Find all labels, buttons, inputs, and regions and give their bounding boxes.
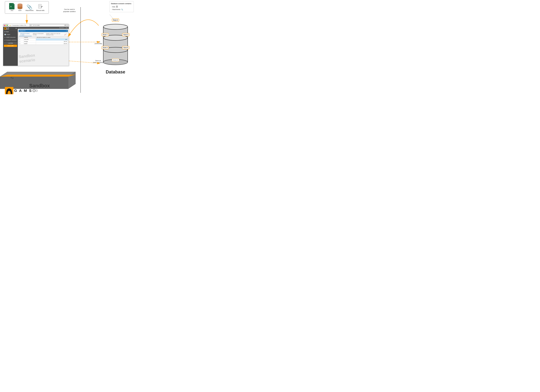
compare-icon: ⇄ bbox=[4, 40, 5, 41]
gams-app-bar-right: Scenario ▾ Help bbox=[59, 27, 68, 28]
sidebar-item-gams-interaction[interactable]: ⚙ GAMS interaction bbox=[3, 36, 18, 39]
add-tab-btn[interactable]: + bbox=[30, 25, 31, 26]
attach-label: Attachments bbox=[25, 10, 34, 11]
maximize-btn[interactable] bbox=[7, 25, 8, 26]
gams-app-bar: Scenario ▾ Help bbox=[18, 27, 69, 29]
sidebar-item-compare[interactable]: ⇄ Compare scenarios bbox=[3, 39, 18, 41]
scen4-card: Scen 4 bbox=[102, 46, 109, 49]
row-value[interactable]: 120 bbox=[36, 39, 68, 40]
col-markets: markets bbox=[23, 36, 36, 39]
gear-icon: ⚙ bbox=[4, 37, 5, 38]
table-row: 1 new-york 120 bbox=[19, 39, 68, 40]
svg-point-6 bbox=[18, 7, 22, 9]
tab-distance[interactable]: distance in thousands of miles bbox=[32, 33, 45, 36]
row-market: topeka bbox=[23, 43, 36, 45]
manual-item: Manual edits bbox=[36, 4, 45, 11]
gear-small-icon: ⚙ bbox=[35, 89, 38, 93]
settings-icon[interactable]: ⋮ bbox=[67, 25, 68, 26]
gdx-icon bbox=[17, 3, 23, 9]
data-icon: 🗄 bbox=[116, 5, 118, 8]
gams-text-big: G A M S bbox=[14, 89, 32, 93]
scen1-card: Scen 1 bbox=[102, 33, 109, 36]
input-icon: ⊞ bbox=[4, 31, 5, 32]
col-demand: demand at market j in cases bbox=[36, 36, 68, 39]
gams-app-header: G A M S ☰ bbox=[3, 27, 18, 30]
db-note-item1: - Data 🗄 bbox=[111, 5, 132, 8]
row-market: new-york bbox=[23, 39, 36, 40]
attach-item: 📎 Attachments bbox=[25, 5, 34, 11]
gams-application: G A M S ☰ ⊞ Input 📊 Output ⚙ GAMS intera… bbox=[3, 27, 69, 66]
save-overwrite-label: Save (overwrite) bbox=[95, 41, 102, 45]
sidebar-item-input[interactable]: ⊞ Input bbox=[3, 30, 18, 33]
data-table: markets demand at market j in cases 1 ne… bbox=[19, 36, 68, 45]
tab-close-icon[interactable]: ✕ bbox=[28, 25, 28, 26]
gams-bottom-logo: G A M S ⚙ ⚙ bbox=[5, 87, 38, 94]
row-num: 3 bbox=[19, 43, 23, 45]
solve-model-btn[interactable]: Solve model bbox=[4, 45, 17, 47]
sandbox-scenario-text: Sandboxscenario bbox=[18, 53, 36, 64]
hamburger-icon[interactable]: ☰ bbox=[15, 28, 17, 29]
attach-icon: 📎 bbox=[121, 8, 123, 11]
gams-logo: G A M S bbox=[4, 27, 10, 30]
gams-sidebar: G A M S ☰ ⊞ Input 📊 Output ⚙ GAMS intera… bbox=[3, 27, 18, 66]
browser-tab[interactable]: 🔒 A Transportation Problem (TR)... ✕ bbox=[8, 24, 30, 27]
svg-text:X: X bbox=[10, 6, 12, 8]
col-num bbox=[19, 36, 23, 39]
load-data-btn[interactable]: Load data bbox=[4, 42, 17, 44]
address-bar[interactable]: 127.0.0.1:6941 bbox=[32, 25, 64, 26]
svg-rect-8 bbox=[38, 4, 41, 8]
tab-freight[interactable]: freight in dollars per case per thousand… bbox=[45, 33, 64, 36]
populate-label: Can be used to populate sandbox bbox=[60, 8, 79, 13]
tab-strip: 🔒 A Transportation Problem (TR)... ✕ + bbox=[8, 24, 31, 27]
scen2-card: Scen 2 bbox=[112, 19, 119, 22]
help-btn[interactable]: Help bbox=[65, 27, 68, 28]
refresh-icon[interactable]: ↺ bbox=[65, 25, 66, 26]
database-area: Scen 2 Scen 1 Scen 3 Scen 4 Scen 5 Scen … bbox=[100, 22, 131, 75]
svg-point-7 bbox=[18, 5, 22, 7]
row-value: 325.00 bbox=[36, 43, 68, 45]
paperclip-icon: 📎 bbox=[27, 5, 32, 9]
table-header: trnsport (*) ✕ bbox=[19, 30, 68, 32]
gams-logo-mark bbox=[4, 27, 6, 30]
scen5-card: Scen 5 bbox=[122, 46, 129, 49]
data-table-container: trnsport (*) ✕ demand at market j in cas… bbox=[19, 30, 68, 45]
xlsx-label: .xlsx bbox=[10, 10, 13, 11]
gams-logo-text: G A M S bbox=[7, 27, 10, 30]
close-btn[interactable] bbox=[4, 25, 5, 26]
db-note-item2: - Attachments 📎 bbox=[111, 8, 132, 11]
scen3-card: Scen 3 bbox=[122, 33, 129, 36]
gams-logo-mark-big bbox=[5, 87, 13, 94]
database-label: Database bbox=[106, 70, 125, 75]
save-as-label: Save as (new scenario) bbox=[93, 60, 103, 63]
table-row: 3 topeka 325.00 bbox=[19, 43, 68, 45]
minimize-btn[interactable] bbox=[5, 25, 6, 26]
svg-rect-19 bbox=[103, 27, 128, 62]
browser-titlebar: 🔒 A Transportation Problem (TR)... ✕ + 1… bbox=[3, 24, 69, 27]
table-close-icon[interactable]: ✕ bbox=[66, 30, 67, 31]
output-icon: 📊 bbox=[4, 34, 6, 35]
manual-label: Manual edits bbox=[36, 10, 45, 11]
svg-point-23 bbox=[103, 24, 128, 30]
row-num: 1 bbox=[19, 39, 23, 40]
sidebar-item-output[interactable]: 📊 Output bbox=[3, 33, 18, 36]
browser-controls: ↺ ⋮ bbox=[65, 25, 68, 26]
row-market: chicago bbox=[23, 40, 36, 43]
scen6-card: Scen 6 bbox=[112, 59, 119, 62]
table-tabs: demand at market j in cases distance in … bbox=[19, 32, 68, 36]
browser-window: 🔒 A Transportation Problem (TR)... ✕ + 1… bbox=[3, 24, 69, 66]
pencil-icon bbox=[38, 4, 43, 9]
xlsx-item: X .xlsx bbox=[9, 3, 15, 11]
input-sources-box: X .xlsx GDX 📎 Attachments bbox=[5, 1, 49, 14]
table-row: 2 chicago 180.00 bbox=[19, 40, 68, 43]
row-value: 180.00 bbox=[36, 40, 68, 43]
db-note-title: Database scenario contains: bbox=[111, 3, 132, 5]
scenario-dropdown[interactable]: Scenario ▾ bbox=[59, 27, 65, 28]
gdx-item: GDX bbox=[17, 3, 23, 11]
gdx-label: GDX bbox=[18, 10, 22, 11]
ud-arrows: ↑↓ bbox=[10, 76, 14, 80]
input-icons-row: X .xlsx GDX 📎 Attachments bbox=[9, 3, 45, 11]
xlsx-icon: X bbox=[9, 3, 15, 9]
row-num: 2 bbox=[19, 40, 23, 43]
chart-icon[interactable]: 📈 bbox=[64, 33, 67, 36]
tab-demand[interactable]: demand at market j in cases bbox=[19, 33, 32, 36]
